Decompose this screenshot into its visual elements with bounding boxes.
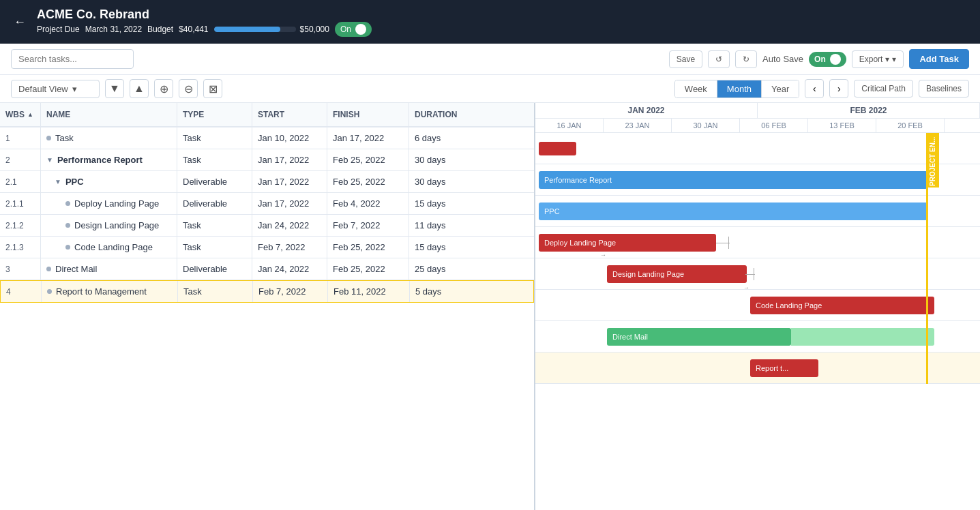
cell-start: Feb 7, 2022: [253, 281, 328, 302]
prev-period-button[interactable]: ‹: [805, 79, 824, 98]
undo-button[interactable]: ↺: [708, 50, 730, 68]
gantt-weeks: 16 JAN 23 JAN 30 JAN 06 FEB 13 FEB 20 FE…: [535, 119, 980, 133]
auto-save-toggle[interactable]: On: [809, 52, 846, 67]
cell-finish: Feb 25, 2022: [327, 237, 409, 258]
table-row[interactable]: 2.1.2 Design Landing Page Task Jan 24, 2…: [0, 215, 534, 237]
export-label: Export: [859, 55, 883, 64]
default-view-button[interactable]: Default View ▾: [11, 80, 100, 98]
cell-wbs: 2.1.3: [0, 237, 41, 258]
cell-type: Task: [177, 149, 252, 170]
gantt-body: PROJECT EN... Performance Report PPC Dep…: [535, 133, 980, 384]
budget-bar-container: $50,000: [214, 25, 329, 34]
cell-finish: Feb 25, 2022: [327, 149, 409, 170]
budget-label: Budget: [147, 25, 173, 34]
cell-finish: Jan 17, 2022: [327, 127, 409, 149]
gantt-header: JAN 2022 FEB 2022 16 JAN 23 JAN 30 JAN 0…: [535, 103, 980, 133]
connector-line: [716, 243, 730, 243]
gantt-bar-direct-mail[interactable]: Direct Mail: [607, 328, 791, 346]
search-input[interactable]: [11, 49, 134, 69]
cell-finish: Feb 25, 2022: [327, 258, 409, 280]
toggle-circle: [355, 24, 366, 35]
connector-vert: [728, 237, 729, 249]
col-duration: DURATION: [409, 103, 464, 126]
cell-name: Code Landing Page: [41, 237, 177, 258]
export-button[interactable]: Export ▾ ▾: [852, 50, 904, 68]
project-meta: Project Due March 31, 2022 Budget $40,44…: [37, 22, 372, 37]
gantt-months: JAN 2022 FEB 2022: [535, 103, 980, 119]
table-row[interactable]: 2.1.3 Code Landing Page Task Feb 7, 2022…: [0, 237, 534, 258]
gantt-week-1: 23 JAN: [604, 119, 672, 132]
gantt-bar-task[interactable]: [539, 142, 576, 155]
gantt-month-feb: FEB 2022: [758, 103, 980, 118]
cell-start: Feb 7, 2022: [252, 237, 327, 258]
add-task-button[interactable]: Add Task: [909, 49, 969, 69]
toolbar2: Default View ▾ ▼ ▲ ⊕ ⊖ ⊠ Week Month Year…: [0, 75, 980, 103]
save-button[interactable]: Save: [669, 50, 702, 68]
task-dot: [46, 267, 51, 271]
project-title: ACME Co. Rebrand: [37, 7, 372, 22]
gantt-bar-code[interactable]: Code Landing Page: [750, 297, 934, 314]
gantt-week-0: 16 JAN: [535, 119, 604, 132]
zoom-in-button[interactable]: ⊕: [154, 79, 173, 98]
table-row[interactable]: 2.1 ▼ PPC Deliverable Jan 17, 2022 Feb 2…: [0, 171, 534, 193]
back-button[interactable]: ←: [14, 15, 26, 29]
gantt-bar-design[interactable]: Design Landing Page: [607, 265, 747, 283]
task-dot: [47, 289, 52, 294]
view-btn-group: Week Month Year: [674, 80, 799, 98]
gantt-week-5: 20 FEB: [876, 119, 945, 132]
next-period-button[interactable]: ›: [829, 79, 848, 98]
table-row[interactable]: 1 Task Task Jan 10, 2022 Jan 17, 2022 6 …: [0, 127, 534, 149]
redo-button[interactable]: ↻: [735, 50, 757, 68]
zoom-out-button[interactable]: ⊖: [179, 79, 198, 98]
gantt-bar-ppc[interactable]: PPC: [539, 202, 927, 220]
cell-wbs: 2.1.1: [0, 193, 41, 214]
cell-type: Task: [177, 127, 252, 149]
expand-arrow-icon[interactable]: ▼: [55, 178, 61, 185]
table-row[interactable]: 2.1.1 Deploy Landing Page Deliverable Ja…: [0, 193, 534, 215]
cell-start: Jan 24, 2022: [252, 258, 327, 280]
expand-rows-button[interactable]: ▼: [105, 79, 124, 98]
cell-start: Jan 17, 2022: [252, 193, 327, 214]
col-wbs: WBS ▲: [0, 103, 41, 126]
budget-current: $40,441: [179, 25, 208, 34]
cell-start: Jan 24, 2022: [252, 215, 327, 236]
table-header: WBS ▲ NAME TYPE START FINISH DURATION: [0, 103, 534, 127]
week-view-button[interactable]: Week: [675, 80, 717, 97]
year-view-button[interactable]: Year: [762, 80, 799, 97]
auto-save-toggle-label: On: [814, 55, 826, 64]
baselines-button[interactable]: Baselines: [919, 80, 969, 97]
cell-wbs: 3: [0, 258, 41, 280]
cell-duration: 11 days: [409, 215, 464, 236]
month-view-button[interactable]: Month: [717, 80, 762, 97]
cell-wbs: 1: [0, 127, 41, 149]
cell-finish: Feb 7, 2022: [327, 215, 409, 236]
col-finish: FINISH: [327, 103, 409, 126]
cell-type: Deliverable: [177, 258, 252, 280]
cell-start: Jan 10, 2022: [252, 127, 327, 149]
gantt-bar-performance-report[interactable]: Performance Report: [539, 171, 927, 189]
col-name: NAME: [41, 103, 177, 126]
cell-finish: Feb 25, 2022: [327, 171, 409, 192]
col-type: TYPE: [177, 103, 252, 126]
gantt-bar-deploy[interactable]: Deploy Landing Page: [539, 234, 716, 252]
toolbar: Save ↺ ↻ Auto Save On Export ▾ ▾ Add Tas…: [0, 44, 980, 75]
table-row[interactable]: 2 ▼ Performance Report Task Jan 17, 2022…: [0, 149, 534, 171]
gantt-bar-direct-mail-light: [791, 328, 934, 346]
critical-path-button[interactable]: Critical Path: [854, 80, 913, 97]
cell-duration: 25 days: [409, 258, 464, 280]
app-header: ← ACME Co. Rebrand Project Due March 31,…: [0, 0, 980, 44]
budget-toggle[interactable]: On: [335, 22, 372, 37]
cell-finish: Feb 4, 2022: [327, 193, 409, 214]
expand-arrow-icon[interactable]: ▼: [46, 156, 53, 164]
collapse-rows-button[interactable]: ▲: [130, 79, 149, 98]
table-row[interactable]: 3 Direct Mail Deliverable Jan 24, 2022 F…: [0, 258, 534, 280]
table-row[interactable]: 4 Report to Management Task Feb 7, 2022 …: [0, 280, 534, 303]
cell-type: Task: [177, 215, 252, 236]
cell-type: Task: [178, 281, 253, 302]
gantt-bar-report[interactable]: Report t...: [750, 359, 818, 377]
cell-duration: 15 days: [409, 237, 464, 258]
gantt-row-2: PPC: [535, 196, 980, 227]
cell-wbs: 4: [1, 281, 42, 302]
fit-button[interactable]: ⊠: [203, 79, 222, 98]
budget-toggle-label: On: [340, 25, 351, 34]
